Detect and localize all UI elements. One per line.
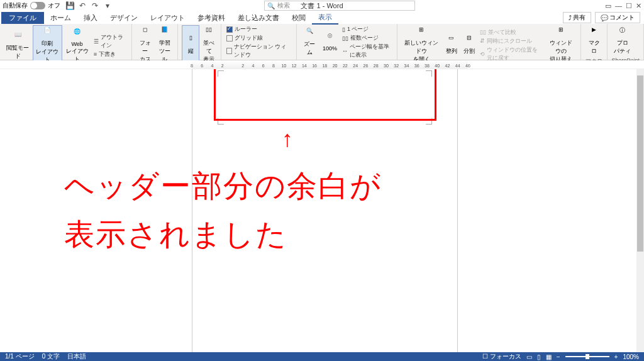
learning-icon: 📘 xyxy=(159,26,170,38)
zoom-out-icon[interactable]: − xyxy=(557,353,560,360)
ruler-number: 22 xyxy=(343,64,348,68)
sidebyside-button[interactable]: ▯▯並べて 表示 xyxy=(201,25,217,65)
new-window-button[interactable]: ⊞新しいウィンドウ を開く xyxy=(401,25,441,65)
zoom-button[interactable]: 🔍ズーム xyxy=(301,25,319,59)
zoom-level[interactable]: 100% xyxy=(623,353,639,360)
ruler-number: 10 xyxy=(281,64,286,68)
focus-button[interactable]: ◻フォー カス xyxy=(136,25,154,65)
view-read-icon[interactable]: ▭ xyxy=(526,353,532,360)
maximize-icon[interactable]: ☐ xyxy=(626,2,632,10)
tab-file[interactable]: ファイル xyxy=(1,12,44,24)
switch-icon: ⊞ xyxy=(555,26,567,38)
margin-mark xyxy=(218,118,224,125)
group-pagemove: ▯縦 ▯▯並べて 表示 ページ移動 xyxy=(178,24,221,60)
new-window-icon: ⊞ xyxy=(416,26,427,38)
split-button[interactable]: ⊟分割 xyxy=(461,25,477,65)
tab-review[interactable]: 校閲 xyxy=(286,12,312,24)
pagewidth-button[interactable]: ↔ページ幅を基準に表示 xyxy=(342,43,392,59)
tab-view[interactable]: 表示 xyxy=(312,11,338,25)
ruler-checkbox[interactable]: ルーラー xyxy=(226,25,291,33)
ribbon: 📖閲覧モード 📄印刷 レイアウト 🌐Web レイアウト ☰アウトライン ≡下書き… xyxy=(0,24,644,60)
properties-button[interactable]: ⓘプロ パティ xyxy=(611,25,633,57)
view-web-icon[interactable]: ▦ xyxy=(546,353,552,360)
scrollbar-thumb[interactable] xyxy=(637,75,643,252)
window-controls: ▭ — ☐ ✕ xyxy=(605,2,641,10)
navpane-checkbox[interactable]: ナビゲーション ウィンドウ xyxy=(226,43,291,59)
group-sharepoint: ⓘプロ パティ SharePoint xyxy=(608,24,644,60)
search-bar[interactable]: 🔍 検索 xyxy=(264,1,415,11)
sync-scroll-button: ⇵同時にスクロール xyxy=(480,37,543,45)
reset-position-button: ⟲ウィンドウの位置を元に戻す xyxy=(480,46,543,62)
ruler-number: 20 xyxy=(333,64,338,68)
multipage-button[interactable]: ▯▯複数ページ xyxy=(342,34,392,42)
share-icon: ⤴ xyxy=(569,14,572,21)
autosave-toggle[interactable]: 自動保存 オフ xyxy=(3,1,60,10)
save-icon[interactable]: 💾 xyxy=(65,1,74,10)
statusbar: 1/1 ページ 0 文字 日本語 ☐ フォーカス ▭ ▯ ▦ − + 100% xyxy=(0,352,644,361)
ruler-number: 6 xyxy=(262,64,265,68)
close-icon[interactable]: ✕ xyxy=(636,2,641,10)
tab-layout[interactable]: レイアウト xyxy=(144,12,191,24)
comment-button[interactable]: 💬コメント xyxy=(595,12,640,23)
word-count[interactable]: 0 文字 xyxy=(42,352,60,361)
qat-dropdown-icon[interactable]: ▾ xyxy=(103,1,112,10)
learning-tools-button[interactable]: 📘学習 ツール xyxy=(155,25,174,65)
tab-mail[interactable]: 差し込み文書 xyxy=(231,12,286,24)
autosave-state: オフ xyxy=(48,1,60,10)
margin-mark xyxy=(218,70,224,77)
redo-icon[interactable]: ↷ xyxy=(91,1,99,10)
annotation-text: ヘッダー部分の余白が 表示されました xyxy=(64,162,382,259)
margin-mark xyxy=(426,118,432,125)
tab-insert[interactable]: 挿入 xyxy=(77,12,104,24)
draft-icon: ≡ xyxy=(94,51,97,57)
tab-design[interactable]: デザイン xyxy=(104,12,144,24)
ruler-number: 8 xyxy=(272,64,275,68)
undo-icon[interactable]: ↶ xyxy=(78,1,87,10)
language[interactable]: 日本語 xyxy=(67,352,86,361)
group-zoom: 🔍ズーム ⦾100% ▯1 ページ ▯▯複数ページ ↔ページ幅を基準に表示 ズー… xyxy=(297,24,397,60)
ruler-number: 4 xyxy=(252,64,255,68)
group-show: ルーラー グリッド線 ナビゲーション ウィンドウ 表示 xyxy=(221,24,297,60)
ruler-scale: 8642246810121416182022242628303234363840… xyxy=(192,60,468,69)
ruler-number: 38 xyxy=(425,64,430,68)
outline-button[interactable]: ☰アウトライン xyxy=(94,33,126,50)
quick-access-toolbar: 💾 ↶ ↷ ▾ xyxy=(65,1,112,10)
zoom-slider[interactable] xyxy=(565,356,609,357)
sidebyside-icon: ▯▯ xyxy=(203,26,214,38)
view-print-icon[interactable]: ▯ xyxy=(537,353,541,360)
comment-icon: 💬 xyxy=(601,14,608,21)
annotation-line2: 表示されました xyxy=(64,211,382,259)
arrange-button[interactable]: ▭整列 xyxy=(443,25,460,65)
search-icon: 🔍 xyxy=(267,3,275,9)
focus-mode[interactable]: ☐ フォーカス xyxy=(482,352,521,361)
ruler-number: 4 xyxy=(211,64,214,68)
gridlines-checkbox[interactable]: グリッド線 xyxy=(226,34,291,42)
autosave-label: 自動保存 xyxy=(3,1,28,10)
zoom-in-icon[interactable]: + xyxy=(614,353,618,360)
draft-button[interactable]: ≡下書き xyxy=(94,50,126,58)
switch-window-button[interactable]: ⊞ウィンドウの 切り替え xyxy=(545,25,577,65)
ruler-number: 14 xyxy=(302,64,307,68)
annotation-arrow: ↑ xyxy=(282,126,293,152)
ribbon-display-icon[interactable]: ▭ xyxy=(605,2,611,10)
macros-button[interactable]: ▶マクロ xyxy=(585,25,603,57)
split-icon: ⊟ xyxy=(464,35,475,46)
share-button[interactable]: ⤴共有 xyxy=(563,12,591,23)
print-layout-icon: 📄 xyxy=(42,27,53,38)
focus-icon: ◻ xyxy=(140,26,151,38)
ribbon-tabs: ファイル ホーム 挿入 デザイン レイアウト 参考資料 差し込み文書 校閲 表示… xyxy=(0,11,644,24)
vertical-button[interactable]: ▯縦 xyxy=(182,25,199,65)
ruler-number: 46 xyxy=(465,64,470,68)
multipage-icon: ▯▯ xyxy=(342,35,348,42)
page-count[interactable]: 1/1 ページ xyxy=(5,352,35,361)
web-layout-icon: 🌐 xyxy=(72,28,83,40)
vertical-scrollbar[interactable] xyxy=(636,69,644,352)
tab-home[interactable]: ホーム xyxy=(44,12,77,24)
minimize-icon[interactable]: — xyxy=(615,2,622,10)
toggle-switch[interactable] xyxy=(30,2,45,9)
horizontal-ruler[interactable]: 8642246810121416182022242628303234363840… xyxy=(0,60,644,69)
hundred-pct-button[interactable]: ⦾100% xyxy=(320,25,340,59)
onepage-button[interactable]: ▯1 ページ xyxy=(342,25,392,33)
ruler-number: 44 xyxy=(455,64,460,68)
tab-references[interactable]: 参考資料 xyxy=(191,12,231,24)
